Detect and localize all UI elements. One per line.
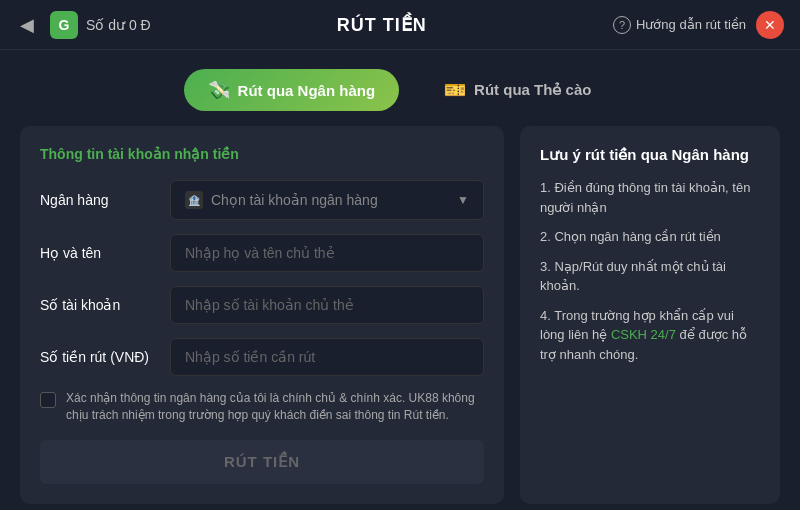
chevron-down-icon: ▼ bbox=[457, 193, 469, 207]
note-item-2: 2. Chọn ngân hàng cần rút tiền bbox=[540, 227, 760, 247]
amount-label: Số tiền rút (VNĐ) bbox=[40, 349, 170, 365]
cskh-link[interactable]: CSKH 24/7 bbox=[611, 327, 676, 342]
header-left: ◀ G Số dư 0 Đ bbox=[16, 10, 151, 40]
bank-select[interactable]: 🏦 Chọn tài khoản ngân hàng ▼ bbox=[170, 180, 484, 220]
back-button[interactable]: ◀ bbox=[16, 10, 38, 40]
account-field-row: Số tài khoản bbox=[40, 286, 484, 324]
confirm-checkbox[interactable] bbox=[40, 392, 56, 408]
tab-row: 💸 Rút qua Ngân hàng 🎫 Rút qua Thẻ cào bbox=[0, 50, 800, 126]
name-label: Họ và tên bbox=[40, 245, 170, 261]
tab-bank[interactable]: 💸 Rút qua Ngân hàng bbox=[184, 69, 400, 111]
account-input[interactable] bbox=[170, 286, 484, 324]
note-item-4: 4. Trong trường hợp khẩn cấp vui lòng li… bbox=[540, 306, 760, 365]
page-title: RÚT TIỀN bbox=[337, 14, 427, 36]
right-panel: Lưu ý rút tiền qua Ngân hàng 1. Điền đún… bbox=[520, 126, 780, 504]
balance-label: Số dư 0 Đ bbox=[86, 17, 151, 33]
amount-field-row: Số tiền rút (VNĐ) bbox=[40, 338, 484, 376]
bank-field-row: Ngân hàng 🏦 Chọn tài khoản ngân hàng ▼ bbox=[40, 180, 484, 220]
help-label: Hướng dẫn rút tiền bbox=[636, 17, 746, 32]
bank-select-inner: 🏦 Chọn tài khoản ngân hàng bbox=[185, 191, 378, 209]
left-panel: Thông tin tài khoản nhận tiền Ngân hàng … bbox=[20, 126, 504, 504]
bank-select-placeholder: Chọn tài khoản ngân hàng bbox=[211, 192, 378, 208]
bank-select-wrapper[interactable]: 🏦 Chọn tài khoản ngân hàng ▼ bbox=[170, 180, 484, 220]
logo-area: G Số dư 0 Đ bbox=[50, 11, 151, 39]
bank-select-icon: 🏦 bbox=[185, 191, 203, 209]
note-item-1: 1. Điền đúng thông tin tài khoản, tên ng… bbox=[540, 178, 760, 217]
bank-tab-label: Rút qua Ngân hàng bbox=[238, 82, 376, 99]
bank-label: Ngân hàng bbox=[40, 192, 170, 208]
help-icon: ? bbox=[613, 16, 631, 34]
header-right: ? Hướng dẫn rút tiền ✕ bbox=[613, 11, 784, 39]
right-panel-title: Lưu ý rút tiền qua Ngân hàng bbox=[540, 146, 760, 164]
checkbox-row: Xác nhận thông tin ngân hàng của tôi là … bbox=[40, 390, 484, 424]
note-item-3: 3. Nạp/Rút duy nhất một chủ tài khoản. bbox=[540, 257, 760, 296]
note-list: 1. Điền đúng thông tin tài khoản, tên ng… bbox=[540, 178, 760, 364]
tab-card[interactable]: 🎫 Rút qua Thẻ cào bbox=[419, 68, 616, 112]
bank-tab-icon: 💸 bbox=[208, 79, 230, 101]
panel-title: Thông tin tài khoản nhận tiền bbox=[40, 146, 484, 162]
logo-icon: G bbox=[50, 11, 78, 39]
help-button[interactable]: ? Hướng dẫn rút tiền bbox=[613, 16, 746, 34]
checkbox-text: Xác nhận thông tin ngân hàng của tôi là … bbox=[66, 390, 484, 424]
amount-input[interactable] bbox=[170, 338, 484, 376]
header: ◀ G Số dư 0 Đ RÚT TIỀN ? Hướng dẫn rút t… bbox=[0, 0, 800, 50]
card-tab-label: Rút qua Thẻ cào bbox=[474, 81, 591, 99]
submit-button[interactable]: RÚT TIỀN bbox=[40, 440, 484, 484]
account-label: Số tài khoản bbox=[40, 297, 170, 313]
main-content: Thông tin tài khoản nhận tiền Ngân hàng … bbox=[0, 126, 800, 510]
card-tab-icon: 🎫 bbox=[444, 79, 466, 101]
close-button[interactable]: ✕ bbox=[756, 11, 784, 39]
name-field-row: Họ và tên bbox=[40, 234, 484, 272]
name-input[interactable] bbox=[170, 234, 484, 272]
